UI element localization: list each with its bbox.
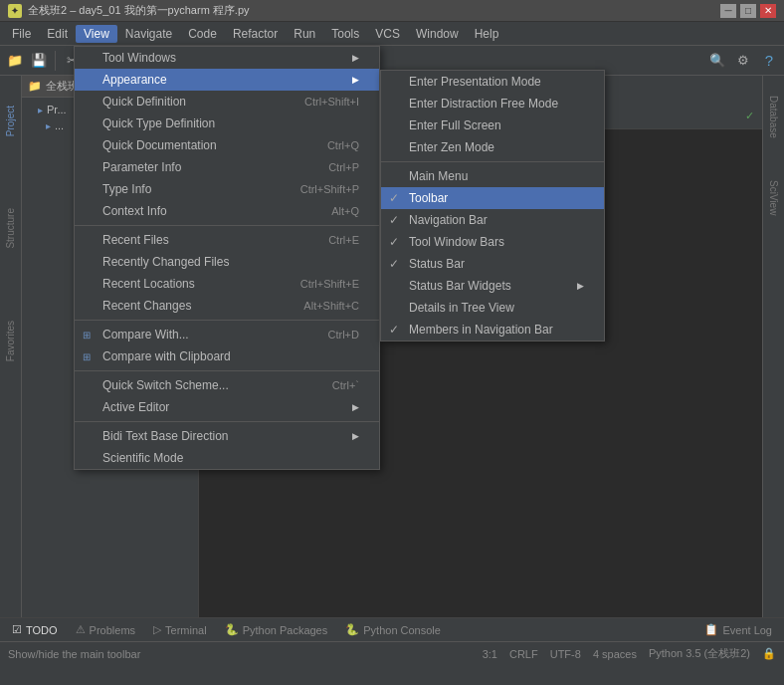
menu-code[interactable]: Code [180, 25, 225, 43]
status-encoding[interactable]: UTF-8 [550, 648, 581, 660]
app-icon: ✦ [8, 4, 22, 18]
view-item-scientific-mode[interactable]: Scientific Mode [75, 447, 379, 469]
view-compare-clipboard-label: Compare with Clipboard [102, 349, 231, 363]
toolbar-separator-1 [55, 51, 56, 71]
right-tab-database[interactable]: Database [766, 90, 781, 144]
view-item-context-info[interactable]: Context Info Alt+Q [75, 200, 379, 222]
menu-help[interactable]: Help [467, 25, 507, 43]
proj-label-1: Pr... [47, 104, 67, 115]
view-quick-switch-shortcut: Ctrl+` [332, 379, 359, 391]
maximize-button[interactable]: □ [740, 4, 756, 18]
view-recent-files-shortcut: Ctrl+E [328, 234, 359, 246]
view-tool-windows-label: Tool Windows [102, 51, 176, 65]
menu-view[interactable]: View [76, 25, 117, 43]
toolbar-help[interactable]: ? [758, 50, 780, 72]
appearance-item-presentation[interactable]: Enter Presentation Mode [381, 71, 604, 93]
menu-tools[interactable]: Tools [323, 25, 367, 43]
view-item-appearance[interactable]: Appearance [75, 69, 379, 91]
sidebar-label-project[interactable]: Project [3, 100, 18, 142]
appearance-item-status-bar[interactable]: ✓ Status Bar [381, 253, 604, 275]
view-quick-switch-label: Quick Switch Scheme... [102, 378, 229, 392]
minimize-button[interactable]: ─ [720, 4, 736, 18]
menu-navigate[interactable]: Navigate [117, 25, 180, 43]
appearance-item-toolbar[interactable]: ✓ Toolbar [381, 187, 604, 209]
view-item-tool-windows[interactable]: Tool Windows [75, 47, 379, 69]
bottom-tab-problems[interactable]: ⚠ Problems [68, 621, 143, 638]
appearance-item-navigation-bar[interactable]: ✓ Navigation Bar [381, 209, 604, 231]
menu-vcs[interactable]: VCS [367, 25, 408, 43]
view-recent-changes-shortcut: Alt+Shift+C [303, 300, 359, 312]
view-context-info-label: Context Info [102, 204, 167, 218]
toolbar-settings[interactable]: ⚙ [732, 50, 754, 72]
bottom-tab-bar: ☑ TODO ⚠ Problems ▷ Terminal 🐍 Python Pa… [0, 617, 784, 641]
view-item-recently-changed[interactable]: Recently Changed Files [75, 251, 379, 273]
appearance-item-tool-window-bars[interactable]: ✓ Tool Window Bars [381, 231, 604, 253]
toolbar-search[interactable]: 🔍 [706, 50, 728, 72]
sidebar-label-structure[interactable]: Structure [3, 202, 18, 255]
toolbar-check-icon: ✓ [389, 191, 399, 205]
view-quick-doc-label: Quick Documentation [102, 138, 217, 152]
bottom-tab-terminal[interactable]: ▷ Terminal [145, 621, 215, 638]
view-recent-changes-label: Recent Changes [102, 299, 191, 313]
menu-window[interactable]: Window [408, 25, 467, 43]
view-item-compare-with[interactable]: ⊞ Compare With... Ctrl+D [75, 324, 379, 345]
status-position[interactable]: 3:1 [483, 648, 497, 660]
view-item-compare-clipboard[interactable]: ⊞ Compare with Clipboard [75, 345, 379, 367]
appearance-item-tree-view[interactable]: Details in Tree View [381, 297, 604, 319]
menu-run[interactable]: Run [286, 25, 323, 43]
packages-label: Python Packages [243, 624, 328, 636]
close-button[interactable]: ✕ [760, 4, 776, 18]
sidebar-label-favorites[interactable]: Favorites [3, 315, 18, 367]
view-item-quick-switch[interactable]: Quick Switch Scheme... Ctrl+` [75, 374, 379, 396]
view-sep-3 [75, 370, 379, 371]
view-context-info-shortcut: Alt+Q [331, 205, 359, 217]
menu-edit[interactable]: Edit [39, 25, 76, 43]
view-item-quick-type-def[interactable]: Quick Type Definition [75, 113, 379, 134]
appearance-item-status-bar-widgets[interactable]: Status Bar Widgets ▶ [381, 275, 604, 297]
proj-label-2: ... [55, 119, 64, 131]
view-item-type-info[interactable]: Type Info Ctrl+Shift+P [75, 178, 379, 200]
menu-file[interactable]: File [4, 25, 39, 43]
view-item-recent-files[interactable]: Recent Files Ctrl+E [75, 229, 379, 251]
appearance-item-main-menu[interactable]: Main Menu [381, 165, 604, 187]
bottom-tab-console[interactable]: 🐍 Python Console [337, 621, 449, 638]
project-icon: 📁 [28, 80, 42, 93]
appearance-distraction-label: Enter Distraction Free Mode [409, 97, 558, 111]
view-type-info-shortcut: Ctrl+Shift+P [300, 183, 359, 195]
view-item-quick-definition[interactable]: Quick Definition Ctrl+Shift+I [75, 91, 379, 113]
view-item-bidi[interactable]: Bidi Text Base Direction [75, 425, 379, 447]
bottom-tab-event-log[interactable]: 📋 Event Log [696, 621, 780, 638]
view-item-recent-changes[interactable]: Recent Changes Alt+Shift+C [75, 295, 379, 317]
members-nav-check-icon: ✓ [389, 323, 399, 337]
view-item-param-info[interactable]: Parameter Info Ctrl+P [75, 156, 379, 178]
view-scientific-mode-label: Scientific Mode [102, 451, 183, 465]
title-bar: ✦ 全栈班2 – day5_01 我的第一pycharm 程序.py ─ □ ✕ [0, 0, 784, 22]
view-quick-type-def-label: Quick Type Definition [102, 116, 215, 130]
event-log-label: Event Log [722, 624, 772, 636]
menu-bar: File Edit View Navigate Code Refactor Ru… [0, 22, 784, 46]
todo-label: TODO [26, 624, 58, 636]
appearance-item-members-nav[interactable]: ✓ Members in Navigation Bar [381, 319, 604, 341]
toolbar-folder[interactable]: 📁 [4, 50, 26, 72]
view-item-active-editor[interactable]: Active Editor [75, 396, 379, 418]
appearance-tool-window-bars-label: Tool Window Bars [409, 235, 504, 249]
toolbar-save[interactable]: 💾 [28, 50, 50, 72]
status-indent[interactable]: 4 spaces [593, 648, 637, 660]
view-param-info-shortcut: Ctrl+P [328, 161, 359, 173]
view-param-info-label: Parameter Info [102, 160, 181, 174]
appearance-item-fullscreen[interactable]: Enter Full Screen [381, 114, 604, 136]
view-item-recent-locations[interactable]: Recent Locations Ctrl+Shift+E [75, 273, 379, 295]
todo-icon: ☑ [12, 623, 22, 636]
appearance-item-distraction-free[interactable]: Enter Distraction Free Mode [381, 93, 604, 114]
right-tab-sciview[interactable]: SciView [766, 174, 781, 221]
config-check-icon: ✓ [745, 110, 754, 122]
status-interpreter[interactable]: Python 3.5 (全栈班2) [649, 646, 750, 661]
status-line-ending[interactable]: CRLF [509, 648, 538, 660]
view-item-quick-doc[interactable]: Quick Documentation Ctrl+Q [75, 134, 379, 156]
bottom-tab-todo[interactable]: ☑ TODO [4, 621, 66, 638]
appearance-item-zen[interactable]: Enter Zen Mode [381, 136, 604, 158]
proj-icon-1: ▸ [38, 105, 43, 115]
terminal-label: Terminal [165, 624, 207, 636]
menu-refactor[interactable]: Refactor [225, 25, 286, 43]
bottom-tab-packages[interactable]: 🐍 Python Packages [217, 621, 336, 638]
